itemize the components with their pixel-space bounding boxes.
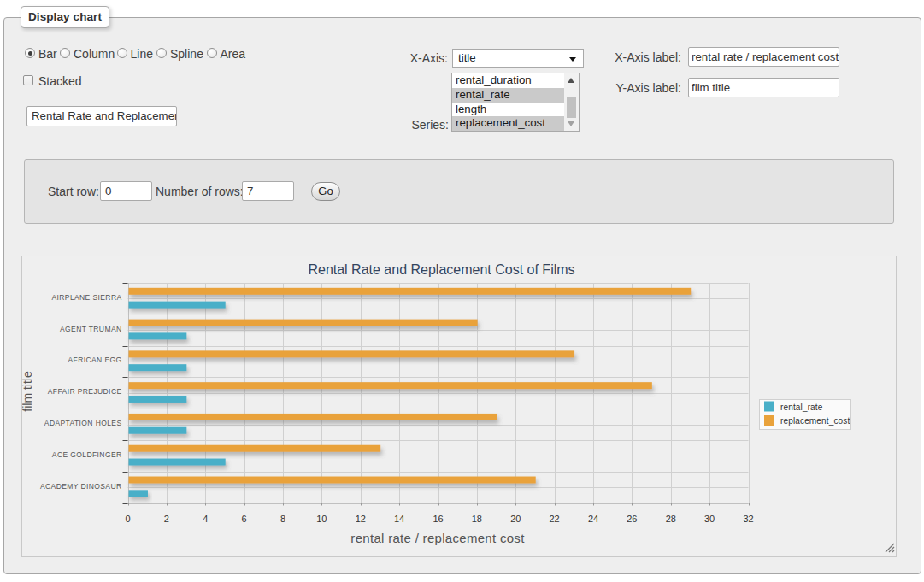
svg-text:14: 14 xyxy=(394,514,404,524)
svg-text:18: 18 xyxy=(472,514,482,524)
svg-text:10: 10 xyxy=(316,514,327,524)
svg-text:0: 0 xyxy=(125,514,130,524)
svg-text:Rental Rate and Replacement Co: Rental Rate and Replacement Cost of Film… xyxy=(308,262,574,277)
svg-text:22: 22 xyxy=(550,514,560,524)
svg-text:26: 26 xyxy=(627,514,637,524)
svg-text:6: 6 xyxy=(242,514,247,524)
svg-text:12: 12 xyxy=(356,514,366,524)
svg-text:2: 2 xyxy=(164,514,169,524)
svg-text:28: 28 xyxy=(666,514,676,524)
svg-text:8: 8 xyxy=(280,514,285,524)
svg-text:AGENT TRUMAN: AGENT TRUMAN xyxy=(60,325,122,333)
svg-text:4: 4 xyxy=(203,514,208,524)
svg-text:ACADEMY DINOSAUR: ACADEMY DINOSAUR xyxy=(40,482,122,491)
svg-text:16: 16 xyxy=(433,514,443,524)
svg-text:rental rate / replacement cost: rental rate / replacement cost xyxy=(350,531,525,545)
svg-text:film title: film title xyxy=(22,371,34,412)
svg-text:rental_rate: rental_rate xyxy=(780,403,823,412)
svg-text:AFRICAN EGG: AFRICAN EGG xyxy=(68,356,122,364)
svg-text:ACE GOLDFINGER: ACE GOLDFINGER xyxy=(52,450,122,459)
svg-text:24: 24 xyxy=(588,514,598,524)
svg-text:ADAPTATION HOLES: ADAPTATION HOLES xyxy=(44,419,122,427)
svg-text:30: 30 xyxy=(704,514,715,524)
svg-text:AFFAIR PREJUDICE: AFFAIR PREJUDICE xyxy=(48,387,122,396)
svg-text:AIRPLANE SIERRA: AIRPLANE SIERRA xyxy=(51,293,121,302)
svg-text:32: 32 xyxy=(743,514,753,524)
svg-text:20: 20 xyxy=(510,514,521,524)
svg-text:replacement_cost: replacement_cost xyxy=(780,416,850,426)
